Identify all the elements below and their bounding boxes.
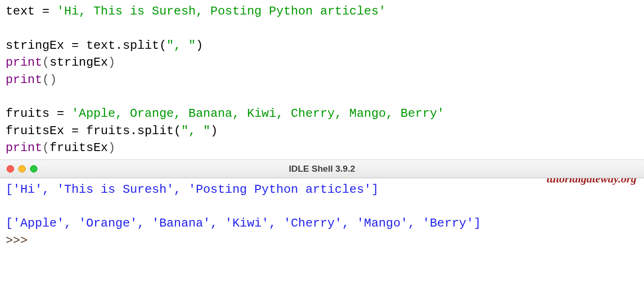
window-minimize-button[interactable] [18, 165, 26, 173]
code-line: print(stringEx) [6, 54, 638, 71]
code-token: fruitsEx = fruits.split( [6, 122, 181, 139]
window-maximize-button[interactable] [30, 165, 37, 173]
code-token: text = [6, 3, 57, 20]
paren: ) [50, 71, 57, 88]
paren: ) [108, 139, 115, 156]
output-text: ['Apple', 'Orange', 'Banana', 'Kiwi', 'C… [6, 215, 481, 232]
traffic-lights [7, 165, 37, 173]
blank-line [6, 198, 638, 215]
code-token: fruits = [6, 105, 71, 122]
blank-line [6, 88, 638, 105]
output-text: ['Hi', 'This is Suresh', 'Posting Python… [6, 181, 379, 198]
paren: ) [108, 54, 115, 71]
builtin-print: print [6, 139, 42, 156]
paren: ( [42, 71, 50, 88]
paren: ( [42, 54, 50, 71]
string-literal: 'Hi, This is Suresh, Posting Python arti… [57, 3, 386, 20]
prompt-line[interactable]: >>> [6, 232, 638, 249]
identifier: fruitsEx [50, 139, 108, 156]
code-line: fruitsEx = fruits.split(", ") [6, 122, 638, 139]
code-line: print(fruitsEx) [6, 139, 638, 156]
code-line: print() [6, 71, 638, 88]
string-literal: ", " [166, 37, 195, 54]
identifier: stringEx [50, 54, 108, 71]
window-titlebar[interactable]: IDLE Shell 3.9.2 [0, 159, 644, 178]
code-line: text = 'Hi, This is Suresh, Posting Pyth… [6, 3, 638, 20]
code-token: ) [196, 37, 203, 54]
builtin-print: print [6, 54, 42, 71]
paren: ( [42, 139, 50, 156]
string-literal: ", " [181, 122, 210, 139]
shell-prompt: >>> [6, 232, 35, 249]
code-line: stringEx = text.split(", ") [6, 37, 638, 54]
code-token: stringEx = text.split( [6, 37, 166, 54]
output-line: ['Hi', 'This is Suresh', 'Posting Python… [6, 181, 638, 198]
output-line: ['Apple', 'Orange', 'Banana', 'Kiwi', 'C… [6, 215, 638, 232]
code-editor[interactable]: text = 'Hi, This is Suresh, Posting Pyth… [0, 0, 644, 159]
window-close-button[interactable] [7, 165, 14, 173]
builtin-print: print [6, 71, 42, 88]
window-title: IDLE Shell 3.9.2 [289, 164, 355, 174]
blank-line [6, 20, 638, 37]
string-literal: 'Apple, Orange, Banana, Kiwi, Cherry, Ma… [71, 105, 444, 122]
code-token: ) [210, 122, 218, 139]
code-line: fruits = 'Apple, Orange, Banana, Kiwi, C… [6, 105, 638, 122]
shell-output[interactable]: ['Hi', 'This is Suresh', 'Posting Python… [0, 178, 644, 252]
